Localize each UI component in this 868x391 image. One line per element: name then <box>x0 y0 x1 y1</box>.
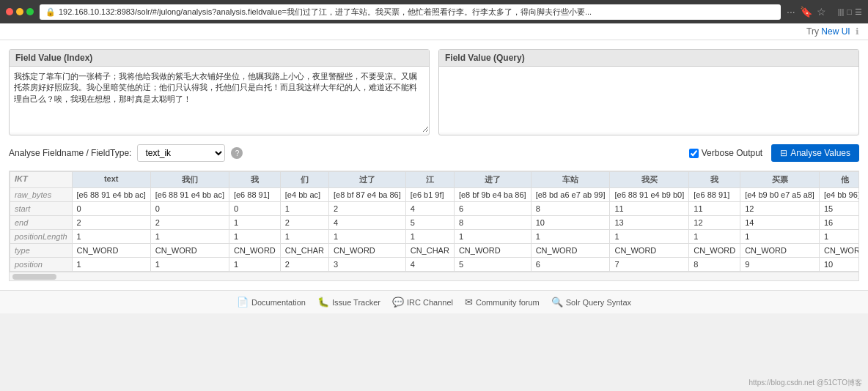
cell-chezhan-end: 10 <box>531 216 610 230</box>
table-row-type: type CN_WORD CN_WORD CN_WORD CN_CHAR CN_… <box>10 244 860 258</box>
cell-chezhan-start: 8 <box>531 202 610 216</box>
table-row-position: position 1 1 1 2 3 4 5 6 7 8 9 10 <box>10 258 860 272</box>
footer-issue-tracker-link[interactable]: 🐛 Issue Tracker <box>317 297 380 308</box>
table-row-start: start 0 0 0 1 2 4 6 8 11 11 12 15 <box>10 202 860 216</box>
footer-documentation-link[interactable]: 📄 Documentation <box>237 297 306 308</box>
cell-wo-position: 1 <box>229 258 280 272</box>
address-bar[interactable]: 🔒 192.168.10.132:8983/solr/#/julong/anal… <box>40 4 781 20</box>
cell-wobuy-start: 11 <box>610 202 689 216</box>
bookmark-icon[interactable]: 🔖 <box>800 6 812 18</box>
menu-icon[interactable]: ··· <box>787 6 795 18</box>
cell-ta-raw: [e4 bb 96] <box>819 188 859 202</box>
cell-jiang-start: 4 <box>405 202 454 216</box>
cell-guole-type: CN_WORD <box>328 244 405 258</box>
cell-text-position: 1 <box>72 258 150 272</box>
scrollbar-thumb[interactable] <box>12 274 56 280</box>
footer-irc-label: IRC Channel <box>407 298 453 307</box>
cell-jinle-start: 6 <box>454 202 531 216</box>
cell-wo2-raw: [e6 88 91] <box>689 188 740 202</box>
analysis-table-wrapper: IKT text 我们 我 们 过了 江 进了 车站 我买 我 买票 他 r <box>9 171 859 272</box>
url-text: 192.168.10.132:8983/solr/#/julong/analys… <box>59 7 592 18</box>
field-index-textarea[interactable]: 我拣定了靠车门的一张椅子；我将他给我做的紫毛大衣铺好坐位，他嘱我路上小心，夜里警… <box>10 67 429 133</box>
cell-guole-end: 4 <box>328 216 405 230</box>
cell-chezhan-position: 6 <box>531 258 610 272</box>
main-content: Field Value (Index) 我拣定了靠车门的一张椅子；我将他给我做的… <box>0 40 868 290</box>
cell-men-poslen: 1 <box>280 230 328 244</box>
cell-text-poslen: 1 <box>72 230 150 244</box>
cell-wo-poslen: 1 <box>229 230 280 244</box>
analyse-btn-label: Analyse Values <box>790 148 850 158</box>
chat-icon: 💬 <box>392 297 404 308</box>
footer-community-label: Community forum <box>476 298 540 307</box>
table-row-rawbytes: raw_bytes [e6 88 91 e4 bb ac] [e6 88 91 … <box>10 188 860 202</box>
info-icon[interactable]: ℹ <box>856 26 859 37</box>
cell-women-start: 0 <box>150 202 229 216</box>
cell-wobuy-poslen: 1 <box>610 230 689 244</box>
cell-text-type: CN_WORD <box>72 244 150 258</box>
footer-irc-link[interactable]: 💬 IRC Channel <box>392 297 453 308</box>
cell-jiang-poslen: 1 <box>405 230 454 244</box>
col-ta: 他 <box>819 172 859 188</box>
cell-jiang-position: 4 <box>405 258 454 272</box>
verbose-label[interactable]: Verbose Output <box>689 148 762 158</box>
search-icon: 🔍 <box>551 297 563 308</box>
analysis-table: IKT text 我们 我 们 过了 江 进了 车站 我买 我 买票 他 r <box>10 171 859 272</box>
label-type: type <box>10 244 73 258</box>
cell-wo-start: 0 <box>229 202 280 216</box>
cell-jinle-poslen: 1 <box>454 230 531 244</box>
cell-men-start: 1 <box>280 202 328 216</box>
window-controls <box>6 8 34 15</box>
ext-icon-1: ||| <box>838 7 845 17</box>
cell-guole-start: 2 <box>328 202 405 216</box>
col-wo: 我 <box>229 172 280 188</box>
cell-jiang-type: CN_CHAR <box>405 244 454 258</box>
horizontal-scrollbar[interactable] <box>9 272 859 281</box>
footer: 📄 Documentation 🐛 Issue Tracker 💬 IRC Ch… <box>0 290 868 313</box>
table-row-end: end 2 2 1 2 4 5 8 10 13 12 14 16 <box>10 216 860 230</box>
new-ui-link[interactable]: New UI <box>821 26 850 37</box>
cell-wo2-type: CN_WORD <box>689 244 740 258</box>
analyse-values-button[interactable]: ⊟ Analyse Values <box>771 144 859 162</box>
cell-jiang-end: 5 <box>405 216 454 230</box>
browser-chrome: 🔒 192.168.10.132:8983/solr/#/julong/anal… <box>0 0 868 23</box>
footer-documentation-label: Documentation <box>251 298 306 307</box>
col-men: 们 <box>280 172 328 188</box>
field-index-title: Field Value (Index) <box>10 50 429 67</box>
cell-text-start: 0 <box>72 202 150 216</box>
label-position: position <box>10 258 73 272</box>
close-dot[interactable] <box>6 8 13 15</box>
cell-ta-poslen: 1 <box>819 230 859 244</box>
minimize-dot[interactable] <box>16 8 23 15</box>
col-maipiao: 买票 <box>740 172 820 188</box>
analyse-fieldtype-select[interactable]: text_ik <box>137 144 225 162</box>
cell-maipiao-poslen: 1 <box>740 230 820 244</box>
cell-wobuy-type: CN_WORD <box>610 244 689 258</box>
maximize-dot[interactable] <box>26 8 34 15</box>
cell-maipiao-end: 14 <box>740 216 820 230</box>
cell-wo2-position: 8 <box>689 258 740 272</box>
cell-text-raw: [e6 88 91 e4 bb ac] <box>72 188 150 202</box>
footer-community-link[interactable]: ✉ Community forum <box>465 297 540 308</box>
field-query-content[interactable] <box>439 67 858 133</box>
hamburger-icon[interactable]: ☰ <box>855 7 862 17</box>
cell-maipiao-position: 9 <box>740 258 820 272</box>
col-wo2: 我 <box>689 172 740 188</box>
analyse-help-icon[interactable]: ? <box>231 147 243 159</box>
col-guole: 过了 <box>328 172 405 188</box>
cell-jiang-raw: [e6 b1 9f] <box>405 188 454 202</box>
filter-icon: ⊟ <box>780 148 787 158</box>
col-chezhan: 车站 <box>531 172 610 188</box>
star-icon[interactable]: ☆ <box>817 6 826 18</box>
table-row-poslen: positionLength 1 1 1 1 1 1 1 1 1 1 1 1 <box>10 230 860 244</box>
try-text: Try <box>806 26 821 37</box>
cell-maipiao-start: 12 <box>740 202 820 216</box>
bug-icon: 🐛 <box>317 297 329 308</box>
analyse-label: Analyse Fieldname / FieldType: <box>9 148 131 158</box>
cell-guole-raw: [e8 bf 87 e4 ba 86] <box>328 188 405 202</box>
cell-wo-raw: [e6 88 91] <box>229 188 280 202</box>
cell-wo2-poslen: 1 <box>689 230 740 244</box>
footer-solr-syntax-link[interactable]: 🔍 Solr Query Syntax <box>551 297 631 308</box>
cell-maipiao-raw: [e4 b9 b0 e7 a5 a8] <box>740 188 820 202</box>
doc-icon: 📄 <box>237 297 249 308</box>
verbose-checkbox[interactable] <box>689 149 699 158</box>
